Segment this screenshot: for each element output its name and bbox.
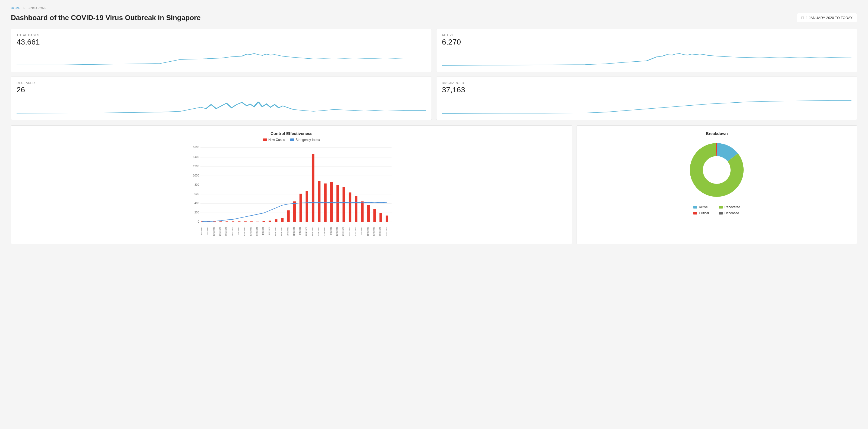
breadcrumb-home[interactable]: HOME [11,6,20,10]
control-effectiveness-title: Control Effectiveness [17,131,566,136]
svg-rect-27 [256,221,259,222]
svg-text:7/1/2020: 7/1/2020 [207,227,209,235]
control-effectiveness-card: Control Effectiveness New Cases Stringen… [11,125,572,244]
stat-label-deceased: DECEASED [17,81,426,85]
legend-recovered: Recovered [719,205,740,209]
svg-text:30/4/2020: 30/4/2020 [323,227,326,236]
svg-text:12/4/2020: 12/4/2020 [305,227,307,236]
svg-text:800: 800 [194,183,199,186]
svg-text:23/6/2020: 23/6/2020 [379,227,381,236]
stat-card-active: ACTIVE 6,270 [436,29,857,72]
svg-rect-24 [238,221,240,222]
legend-label-stringency: Stringency Index [296,138,320,142]
svg-text:400: 400 [194,202,199,205]
svg-text:6/2/2020: 6/2/2020 [237,227,240,235]
stat-card-deceased: DECEASED 26 [11,76,432,120]
svg-text:11/6/2020: 11/6/2020 [367,227,369,236]
svg-text:1/3/2020: 1/3/2020 [262,227,264,235]
x-axis-labels: 1/1/2020 7/1/2020 13/1/2020 19/1/2020 25… [200,227,388,236]
svg-text:6/5/2020: 6/5/2020 [330,227,332,235]
svg-text:29/6/2020: 29/6/2020 [385,227,388,236]
svg-rect-26 [250,221,253,222]
svg-text:0: 0 [198,220,199,223]
svg-rect-35 [306,191,308,222]
stat-label-discharged: DISCHARGED [442,81,851,85]
breadcrumb-separator: > [23,6,25,10]
svg-rect-28 [262,221,265,222]
legend-new-cases: New Cases [263,138,285,142]
svg-text:19/3/2020: 19/3/2020 [280,227,283,236]
svg-text:31/3/2020: 31/3/2020 [293,227,295,236]
svg-rect-42 [349,192,351,222]
svg-rect-32 [287,210,289,222]
svg-text:5/6/2020: 5/6/2020 [361,227,363,235]
svg-rect-47 [379,213,382,222]
stat-card-total-cases: TOTAL CASES 43,661 [11,29,432,72]
page-title: Dashboard of the COVID-19 Virus Outbreak… [11,13,201,22]
date-range-label: 1 JANUARY 2020 TO TODAY [806,16,852,20]
svg-text:25/3/2020: 25/3/2020 [286,227,289,236]
bottom-grid: Control Effectiveness New Cases Stringen… [11,125,857,244]
svg-rect-48 [386,216,388,222]
stat-card-discharged: DISCHARGED 37,163 [436,76,857,120]
svg-rect-37 [318,181,320,222]
svg-text:1/1/2020: 1/1/2020 [200,227,203,235]
stat-chart-deceased [17,96,426,115]
svg-text:600: 600 [194,192,199,195]
svg-rect-46 [373,209,376,222]
svg-text:200: 200 [194,211,199,214]
stat-chart-active [442,49,851,68]
breadcrumb: HOME > SINGAPORE [11,6,857,10]
breakdown-title: Breakdown [706,131,728,136]
legend-dot-recovered [719,206,723,209]
svg-text:7/3/2020: 7/3/2020 [268,227,271,235]
stats-grid: TOTAL CASES 43,661 ACTIVE 6,270 DECEASED… [11,29,857,120]
calendar-icon: □ [802,16,804,20]
legend-dot-stringency [290,139,294,141]
stat-chart-total-cases [17,49,426,68]
legend-active: Active [693,205,715,209]
svg-rect-23 [232,221,234,222]
legend-deceased: Deceased [719,211,740,215]
legend-label-critical: Critical [699,211,709,215]
svg-rect-45 [367,205,370,222]
legend-dot-new-cases [263,139,267,141]
legend-stringency: Stringency Index [290,138,320,142]
svg-rect-39 [330,182,333,222]
donut-svg [687,140,747,200]
svg-rect-43 [355,196,358,222]
legend-dot-active [693,206,697,209]
svg-text:19/1/2020: 19/1/2020 [219,227,221,236]
svg-rect-41 [342,187,345,222]
svg-rect-36 [312,154,314,222]
svg-text:31/1/2020: 31/1/2020 [231,227,234,236]
breakdown-legend: Active Recovered Critical Deceased [693,205,740,215]
svg-rect-44 [361,202,363,222]
svg-text:24/2/2020: 24/2/2020 [256,227,258,236]
svg-rect-29 [269,221,271,222]
bars-new-cases [201,154,388,222]
legend-label-deceased: Deceased [724,211,739,215]
stat-label-active: ACTIVE [442,33,851,37]
svg-rect-31 [281,218,283,222]
svg-text:6/4/2020: 6/4/2020 [299,227,301,235]
chart-legend: New Cases Stringency Index [17,138,566,142]
svg-text:1000: 1000 [193,174,199,177]
svg-text:18/5/2020: 18/5/2020 [342,227,344,236]
stat-value-discharged: 37,163 [442,86,851,94]
page-header: Dashboard of the COVID-19 Virus Outbreak… [11,13,857,22]
svg-text:1400: 1400 [193,156,199,159]
svg-rect-22 [226,221,228,222]
date-range-button[interactable]: □ 1 JANUARY 2020 TO TODAY [797,13,857,22]
svg-rect-20 [213,221,216,222]
breadcrumb-current: SINGAPORE [27,6,46,10]
svg-rect-30 [275,219,277,222]
stat-value-active: 6,270 [442,38,851,47]
svg-text:24/5/2020: 24/5/2020 [348,227,351,236]
svg-text:25/1/2020: 25/1/2020 [225,227,227,236]
donut-container [687,140,747,200]
breakdown-card: Breakdown [577,125,857,244]
svg-text:30/5/2020: 30/5/2020 [354,227,356,236]
svg-text:12/2/2020: 12/2/2020 [243,227,246,236]
stat-value-deceased: 26 [17,86,426,94]
